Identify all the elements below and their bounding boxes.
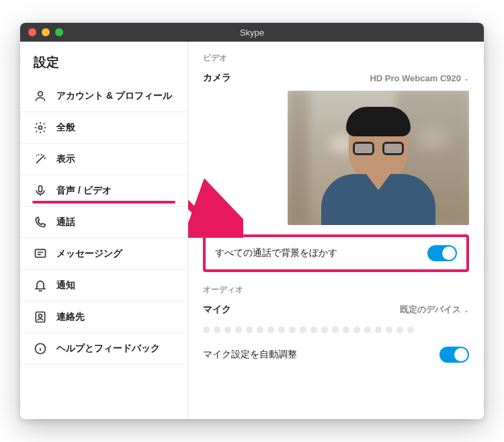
camera-preview	[288, 91, 469, 225]
gear-icon	[34, 121, 47, 134]
arrow-annotation	[188, 150, 243, 238]
person-icon	[34, 89, 47, 103]
sidebar-item-messaging[interactable]: メッセージング	[20, 238, 187, 270]
sidebar-item-audio-video[interactable]: 音声 / ビデオ	[20, 175, 187, 207]
contacts-icon	[34, 310, 47, 324]
sidebar-item-label: アカウント & プロフィール	[56, 90, 172, 102]
svg-point-5	[39, 314, 42, 318]
phone-icon	[34, 216, 47, 229]
sidebar-item-label: 全般	[56, 122, 75, 134]
camera-device-select[interactable]: HD Pro Webcam C920 ⌄	[370, 73, 469, 83]
sidebar-item-contacts[interactable]: 連絡先	[20, 302, 187, 333]
blur-background-toggle[interactable]	[427, 245, 457, 261]
svg-rect-2	[39, 186, 42, 192]
sidebar-item-calling[interactable]: 通話	[20, 207, 187, 238]
mic-device-value: 既定のデバイス	[400, 304, 461, 316]
content-area: 設定 アカウント & プロフィール 全般 表示 音声 / ビデオ 通話	[20, 42, 484, 419]
window-title: Skype	[20, 28, 484, 38]
camera-device-value: HD Pro Webcam C920	[370, 73, 461, 83]
sidebar-item-label: ヘルプとフィードバック	[56, 343, 160, 355]
sidebar-item-notifications[interactable]: 通知	[20, 270, 187, 302]
sidebar-item-label: 通話	[56, 216, 75, 228]
camera-preview-subject	[318, 111, 439, 225]
blur-background-highlight: すべての通話で背景をぼかす	[203, 234, 469, 272]
message-icon	[34, 247, 47, 261]
sidebar-item-label: 表示	[56, 153, 75, 165]
sidebar: 設定 アカウント & プロフィール 全般 表示 音声 / ビデオ 通話	[20, 42, 188, 419]
close-button[interactable]	[28, 28, 36, 36]
active-underline-annotation	[32, 201, 175, 204]
wand-icon	[34, 152, 47, 166]
mic-level-meter	[203, 320, 469, 343]
titlebar[interactable]: Skype	[20, 23, 484, 42]
minimize-button[interactable]	[42, 28, 50, 36]
traffic-lights	[20, 28, 63, 36]
mic-row[interactable]: マイク 既定のデバイス ⌄	[203, 300, 469, 320]
mic-icon	[34, 184, 47, 197]
mic-auto-adjust-row: マイク設定を自動調整	[203, 343, 469, 367]
sidebar-item-help[interactable]: ヘルプとフィードバック	[20, 333, 187, 365]
main-panel: ビデオ カメラ HD Pro Webcam C920 ⌄ すべて	[188, 42, 484, 419]
svg-point-0	[38, 91, 43, 96]
svg-point-1	[39, 126, 42, 130]
sidebar-item-appearance[interactable]: 表示	[20, 144, 187, 175]
app-window: Skype 設定 アカウント & プロフィール 全般 表示 音声 / ビデオ	[20, 23, 484, 419]
mic-auto-adjust-toggle[interactable]	[439, 347, 469, 363]
camera-label: カメラ	[203, 72, 231, 84]
maximize-button[interactable]	[55, 28, 63, 36]
chevron-down-icon: ⌄	[464, 75, 469, 82]
camera-row[interactable]: カメラ HD Pro Webcam C920 ⌄	[203, 68, 469, 88]
sidebar-item-label: 音声 / ビデオ	[56, 185, 112, 197]
sidebar-item-general[interactable]: 全般	[20, 112, 187, 144]
sidebar-item-label: メッセージング	[56, 248, 122, 260]
sidebar-item-label: 連絡先	[56, 311, 85, 323]
mic-device-select[interactable]: 既定のデバイス ⌄	[400, 304, 469, 316]
svg-rect-3	[36, 249, 46, 257]
sidebar-item-label: 通知	[56, 279, 75, 292]
sidebar-item-account[interactable]: アカウント & プロフィール	[20, 81, 187, 112]
video-section-label: ビデオ	[203, 52, 469, 64]
mic-label: マイク	[203, 304, 231, 316]
sidebar-title: 設定	[20, 54, 187, 81]
mic-auto-adjust-label: マイク設定を自動調整	[203, 349, 297, 361]
bell-icon	[34, 279, 47, 292]
blur-background-label: すべての通話で背景をぼかす	[215, 247, 337, 259]
info-icon	[34, 342, 47, 355]
chevron-down-icon: ⌄	[464, 306, 469, 314]
audio-section-label: オーディオ	[203, 284, 469, 296]
